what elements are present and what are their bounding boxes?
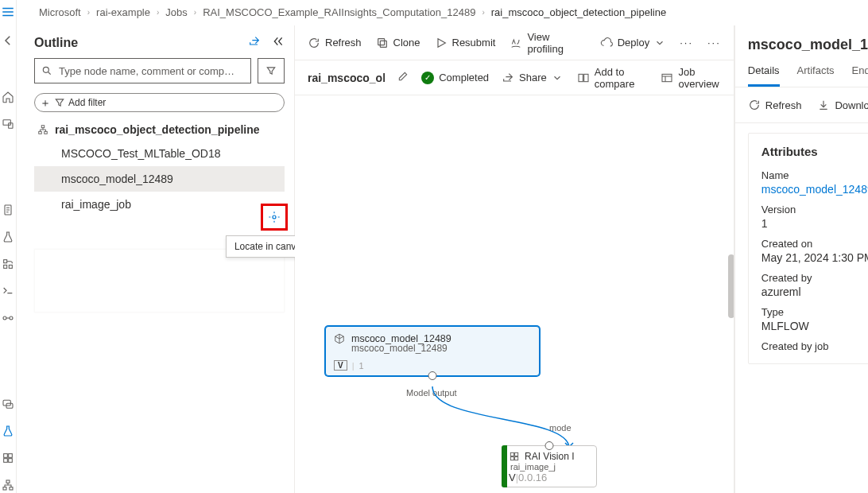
svg-rect-13 <box>9 459 13 463</box>
cube-icon <box>334 333 345 344</box>
grid-icon <box>509 451 520 462</box>
flask-icon[interactable] <box>0 425 16 437</box>
job-overview-button[interactable]: Job overview <box>661 66 720 90</box>
attr-type-label: Type <box>761 306 868 318</box>
svg-point-6 <box>3 316 6 320</box>
edit-icon[interactable] <box>397 71 409 84</box>
attr-created-value: May 21, 2024 1:30 PM <box>761 251 868 264</box>
canvas-node-model[interactable]: mscoco_model_12489 mscoco_model_12489 V|… <box>325 326 540 376</box>
tree-item-1[interactable]: mscoco_model_12489 <box>34 166 285 192</box>
job-title: rai_mscoco_obje <box>308 72 385 84</box>
attr-name-label: Name <box>761 169 868 181</box>
attr-name-value[interactable]: mscoco_model_12489 <box>761 183 868 196</box>
edge-label: mode <box>549 423 572 433</box>
tab-details[interactable]: Details <box>748 64 780 87</box>
flow-icon[interactable] <box>0 479 16 491</box>
tree-root[interactable]: rai_mscoco_object_detection_pipeline <box>34 118 285 141</box>
center-region: Refresh Clone Resubmit View profiling De… <box>295 25 734 493</box>
chevron-down-icon <box>552 72 563 83</box>
tree-item-2[interactable]: rai_image_job <box>34 192 285 217</box>
crumb-1[interactable]: rai-example <box>96 6 150 18</box>
crumb-2[interactable]: Jobs <box>165 6 187 18</box>
collapse-icon[interactable] <box>272 35 285 50</box>
download-all-button[interactable]: Download all <box>817 99 868 111</box>
filter-icon-button[interactable] <box>258 58 285 83</box>
doc-icon[interactable] <box>0 204 16 216</box>
canvas[interactable]: mscoco_model_12489 mscoco_model_12489 V|… <box>295 95 734 493</box>
tab-artifacts[interactable]: Artifacts <box>797 64 835 87</box>
chevron-right-icon: › <box>480 8 486 17</box>
connector-icon[interactable] <box>0 312 16 324</box>
share-arrow-icon[interactable] <box>248 35 261 50</box>
chevron-down-icon <box>654 37 665 49</box>
input-port[interactable] <box>545 441 554 450</box>
search-input[interactable] <box>59 65 244 77</box>
tree-item-0[interactable]: MSCOCO_Test_MLTable_OD18 <box>34 141 285 166</box>
refresh-button[interactable]: Refresh <box>308 37 362 49</box>
chat-icon[interactable] <box>0 398 16 410</box>
svg-rect-11 <box>9 454 13 458</box>
view-profiling-button[interactable]: View profiling <box>510 31 585 55</box>
details-panel: mscoco_model_12489 Details Artifacts End… <box>734 25 868 493</box>
svg-rect-12 <box>4 459 8 463</box>
attributes-heading: Attributes <box>761 145 868 158</box>
attr-createdbyjob-label: Created by job <box>761 340 868 352</box>
clone-button[interactable]: Clone <box>376 37 420 49</box>
details-title: mscoco_model_12489 <box>748 37 868 53</box>
pipeline-icon[interactable] <box>0 258 16 270</box>
check-icon: ✓ <box>421 72 434 84</box>
deploy-button[interactable]: Deploy <box>600 37 665 49</box>
panel-more-button[interactable]: ··· <box>707 37 721 49</box>
details-body: Attributes Name mscoco_model_12489 Versi… <box>735 123 868 493</box>
job-subbar: rai_mscoco_obje ✓Completed Share Add to … <box>295 60 734 95</box>
resubmit-button[interactable]: Resubmit <box>435 37 496 49</box>
nav-rail <box>0 0 17 493</box>
output-port[interactable] <box>428 371 437 380</box>
svg-rect-10 <box>4 454 8 458</box>
attr-created-label: Created on <box>761 238 868 250</box>
canvas-scrollbar[interactable] <box>728 254 734 318</box>
flask-run-icon[interactable] <box>0 231 16 243</box>
more-button[interactable]: ··· <box>680 37 693 49</box>
crumb-3[interactable]: RAI_MSCOCO_Example_RAIInsights_Computati… <box>203 6 475 18</box>
search-icon <box>41 65 52 76</box>
terminal-icon[interactable] <box>0 285 16 297</box>
details-refresh-button[interactable]: Refresh <box>748 99 802 111</box>
devices-icon[interactable] <box>0 118 16 130</box>
svg-rect-25 <box>579 74 583 81</box>
add-filter-button[interactable]: ＋ Add filter <box>34 93 285 112</box>
home-icon[interactable] <box>0 91 16 103</box>
menu-icon[interactable] <box>0 5 16 19</box>
crumb-0[interactable]: Microsoft <box>39 6 81 18</box>
chevron-right-icon: › <box>86 8 91 17</box>
outline-title: Outline <box>34 36 78 50</box>
svg-point-18 <box>43 67 48 72</box>
svg-rect-8 <box>3 400 10 406</box>
canvas-node-rai[interactable]: RAI Vision I rai_image_j V|0.0.16 <box>502 445 597 487</box>
status-badge: ✓Completed <box>421 72 489 84</box>
attr-type-value: MLFLOW <box>761 320 868 332</box>
svg-rect-4 <box>9 265 12 268</box>
share-button[interactable]: Share <box>502 72 563 84</box>
attributes-card: Attributes Name mscoco_model_12489 Versi… <box>748 133 868 364</box>
svg-rect-0 <box>3 120 10 126</box>
grid-icon[interactable] <box>0 452 16 464</box>
chevron-right-icon: › <box>155 8 161 17</box>
svg-rect-20 <box>39 131 42 134</box>
svg-rect-14 <box>6 480 10 483</box>
version-badge: V <box>509 472 516 483</box>
svg-rect-19 <box>41 126 45 128</box>
tab-endpoints[interactable]: Endpoints <box>852 64 868 87</box>
attr-version-value: 1 <box>761 217 868 230</box>
attr-createdby-label: Created by <box>761 272 868 284</box>
search-input-wrapper[interactable] <box>34 58 251 83</box>
svg-point-22 <box>273 215 276 219</box>
back-icon[interactable] <box>0 33 16 48</box>
locate-icon <box>268 211 281 223</box>
svg-rect-31 <box>515 457 518 460</box>
add-to-compare-button[interactable]: Add to compare <box>577 66 647 90</box>
locate-in-canvas-button[interactable] <box>261 204 288 231</box>
filter-icon <box>54 97 65 108</box>
tree-root-label: rai_mscoco_object_detection_pipeline <box>55 123 260 136</box>
attr-version-label: Version <box>761 204 868 215</box>
